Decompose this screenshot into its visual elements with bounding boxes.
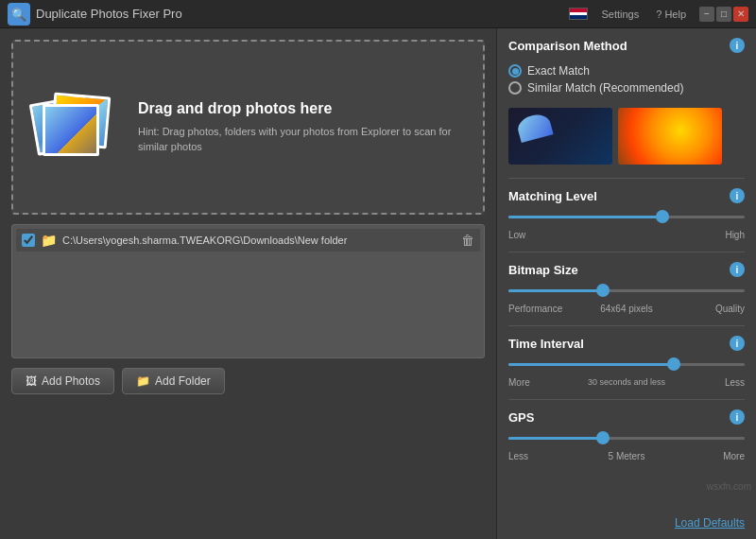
- matching-thumb[interactable]: [656, 210, 669, 223]
- comparison-info-button[interactable]: i: [730, 38, 745, 53]
- drop-zone-text: Drag and drop photos here Hint: Drag pho…: [138, 100, 468, 154]
- folder-path: C:\Users\yogesh.sharma.TWEAKORG\Download…: [62, 235, 455, 246]
- matching-level-info-button[interactable]: i: [730, 188, 745, 203]
- matching-level-header: Matching Level i: [508, 188, 745, 203]
- gps-left-label: Less: [508, 451, 528, 461]
- title-bar: 🔍 Duplicate Photos Fixer Pro Settings ? …: [0, 0, 756, 28]
- preview-images: [508, 108, 745, 165]
- title-bar-controls: Settings ? Help − □ ✕: [569, 7, 748, 22]
- divider-1: [508, 178, 745, 179]
- close-button[interactable]: ✕: [733, 7, 748, 22]
- add-folder-icon: 📁: [136, 374, 150, 388]
- maximize-button[interactable]: □: [716, 7, 731, 22]
- time-fill: [508, 363, 674, 366]
- gps-right-label: More: [723, 451, 745, 461]
- add-photos-label: Add Photos: [42, 374, 100, 388]
- bitmap-left-label: Performance: [508, 304, 562, 314]
- bitmap-labels: Performance 64x64 pixels Quality: [508, 304, 745, 314]
- divider-3: [508, 325, 745, 326]
- similar-match-label: Similar Match (Recommended): [527, 81, 683, 95]
- gps-slider[interactable]: [508, 428, 745, 447]
- matching-high-label: High: [725, 230, 745, 240]
- time-track: [508, 363, 745, 366]
- minimize-button[interactable]: −: [699, 7, 714, 22]
- add-folder-label: Add Folder: [155, 374, 211, 388]
- drop-zone-photos: [28, 85, 123, 170]
- gps-thumb[interactable]: [596, 431, 610, 444]
- gps-center-label: 5 Meters: [609, 451, 645, 461]
- watermark: wsxfn.com: [707, 481, 751, 492]
- action-buttons: 🖼 Add Photos 📁 Add Folder: [11, 368, 485, 394]
- gps-title: GPS: [508, 410, 534, 425]
- folder-list: 📁 C:\Users\yogesh.sharma.TWEAKORG\Downlo…: [11, 224, 485, 358]
- similar-match-radio[interactable]: Similar Match (Recommended): [508, 81, 745, 95]
- gps-section: GPS i Less 5 Meters More: [508, 409, 745, 461]
- exact-match-radio[interactable]: Exact Match: [508, 64, 745, 78]
- drop-zone[interactable]: Drag and drop photos here Hint: Drag pho…: [11, 40, 485, 215]
- time-slider[interactable]: [508, 355, 745, 374]
- folder-icon: 📁: [41, 233, 57, 248]
- add-photos-button[interactable]: 🖼 Add Photos: [11, 368, 114, 394]
- bitmap-fill: [508, 289, 603, 292]
- drop-zone-title: Drag and drop photos here: [138, 100, 468, 117]
- drop-zone-hint: Hint: Drag photos, folders with your pho…: [138, 125, 468, 154]
- bitmap-slider[interactable]: [508, 281, 745, 300]
- preview-image-1: [508, 108, 612, 165]
- time-labels: More 30 seconds and less Less: [508, 377, 745, 388]
- bitmap-thumb[interactable]: [596, 284, 610, 297]
- folder-item: 📁 C:\Users\yogesh.sharma.TWEAKORG\Downlo…: [16, 229, 480, 252]
- bitmap-info-button[interactable]: i: [730, 262, 745, 277]
- similar-match-dot: [508, 81, 522, 95]
- main-container: Drag and drop photos here Hint: Drag pho…: [0, 28, 756, 539]
- matching-level-slider[interactable]: [508, 207, 745, 226]
- gps-info-button[interactable]: i: [730, 409, 745, 425]
- comparison-section-header: Comparison Method i: [508, 38, 745, 53]
- app-icon: 🔍: [8, 3, 30, 26]
- time-interval-title: Time Interval: [508, 337, 584, 351]
- bitmap-right-label: Quality: [715, 304, 745, 314]
- window-controls: − □ ✕: [699, 7, 748, 22]
- time-center-label: 30 seconds and less: [588, 377, 665, 387]
- svg-text:🔍: 🔍: [11, 7, 27, 23]
- gps-header: GPS i: [508, 409, 745, 425]
- right-panel: Comparison Method i Exact Match Similar …: [496, 28, 756, 539]
- comparison-title: Comparison Method: [508, 39, 627, 53]
- bitmap-section: Bitmap Size i Performance 64x64 pixels Q…: [508, 262, 745, 314]
- add-folder-button[interactable]: 📁 Add Folder: [122, 368, 225, 394]
- settings-link[interactable]: Settings: [597, 7, 643, 22]
- folder-delete-button[interactable]: 🗑: [461, 233, 474, 248]
- time-right-label: Less: [725, 377, 745, 388]
- exact-match-dot: [508, 64, 522, 78]
- help-link[interactable]: ? Help: [652, 7, 690, 22]
- photo-item-3: [43, 104, 99, 156]
- time-interval-section: Time Interval i More 30 seconds and less…: [508, 336, 745, 388]
- matching-low-label: Low: [508, 230, 525, 240]
- load-defaults-link[interactable]: Load Defaults: [508, 516, 745, 530]
- preview-image-2: [618, 108, 722, 165]
- exact-match-label: Exact Match: [527, 64, 590, 78]
- add-photos-icon: 🖼: [26, 374, 37, 388]
- time-left-label: More: [508, 377, 530, 388]
- matching-fill: [508, 216, 662, 218]
- radio-group: Exact Match Similar Match (Recommended): [508, 64, 745, 95]
- time-interval-header: Time Interval i: [508, 336, 745, 351]
- bitmap-header: Bitmap Size i: [508, 262, 745, 277]
- divider-2: [508, 252, 745, 252]
- bitmap-center-label: 64x64 pixels: [600, 304, 653, 314]
- photo-stack: [33, 90, 118, 165]
- app-title: Duplicate Photos Fixer Pro: [36, 7, 182, 21]
- divider-4: [508, 399, 745, 400]
- gps-track: [508, 437, 745, 440]
- matching-labels: Low High: [508, 230, 745, 240]
- matching-track: [508, 216, 745, 218]
- matching-level-title: Matching Level: [508, 189, 597, 203]
- gps-labels: Less 5 Meters More: [508, 451, 745, 461]
- folder-checkbox[interactable]: [22, 234, 35, 247]
- flag-region: [569, 8, 588, 20]
- time-interval-info-button[interactable]: i: [730, 336, 745, 351]
- left-panel: Drag and drop photos here Hint: Drag pho…: [0, 28, 496, 539]
- time-thumb[interactable]: [667, 357, 680, 371]
- flag-icon: [569, 8, 588, 20]
- matching-level-section: Matching Level i Low High: [508, 188, 745, 240]
- gps-fill: [508, 437, 603, 440]
